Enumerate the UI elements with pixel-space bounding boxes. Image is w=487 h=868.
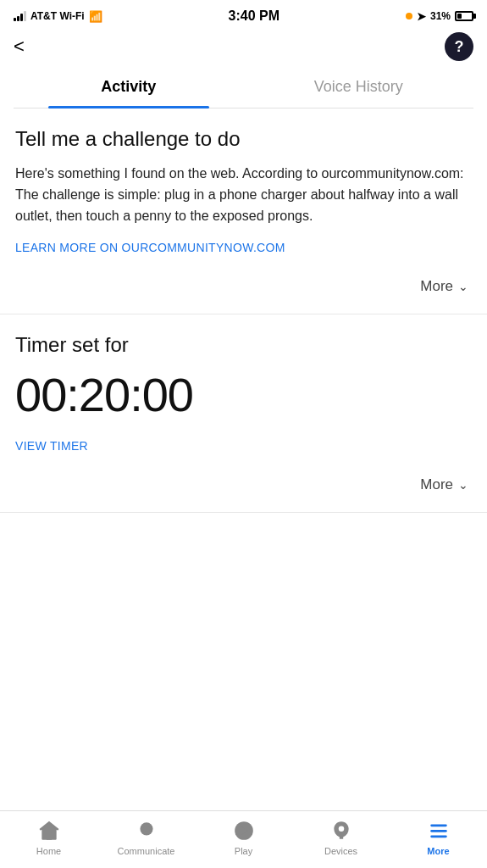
tabs-container: Activity Voice History (14, 68, 473, 108)
main-content: Tell me a challenge to do Here's somethi… (0, 108, 487, 581)
nav-communicate[interactable]: Communicate (97, 820, 195, 856)
svg-rect-8 (430, 830, 447, 832)
challenge-more-label: More (420, 278, 453, 295)
timer-label: Timer set for (15, 333, 472, 357)
timer-more-row[interactable]: More ⌄ (15, 468, 472, 498)
communicate-icon (136, 820, 158, 842)
timer-value: 00:20:00 (15, 367, 472, 422)
svg-point-6 (338, 826, 344, 832)
nav-communicate-label: Communicate (118, 846, 175, 856)
status-bar: AT&T Wi-Fi 📶 3:40 PM ➤ 31% (0, 0, 487, 29)
nav-play[interactable]: Play (195, 820, 292, 856)
nav-devices[interactable]: Devices (292, 820, 390, 856)
activity-dot (406, 13, 412, 19)
timer-chevron-icon: ⌄ (458, 478, 468, 492)
help-button[interactable]: ? (445, 32, 473, 61)
nav-home[interactable]: Home (0, 820, 97, 856)
signal-icon (14, 11, 26, 21)
more-icon (428, 820, 450, 842)
top-nav: < ? (0, 29, 487, 68)
wifi-icon: 📶 (89, 10, 102, 23)
svg-rect-9 (430, 835, 447, 837)
challenge-body: Here's something I found on the web. Acc… (15, 164, 472, 226)
status-right: ➤ 31% (406, 10, 473, 23)
timer-card: Timer set for 00:20:00 VIEW TIMER More ⌄ (0, 314, 487, 513)
challenge-more-row[interactable]: More ⌄ (15, 270, 472, 300)
svg-rect-1 (46, 832, 52, 840)
view-timer-link[interactable]: VIEW TIMER (15, 439, 472, 453)
battery-icon (455, 11, 473, 21)
status-time: 3:40 PM (229, 8, 279, 24)
back-button[interactable]: < (14, 32, 31, 61)
devices-icon (330, 820, 352, 842)
status-left: AT&T Wi-Fi 📶 (14, 10, 102, 23)
battery-percent: 31% (430, 10, 451, 22)
carrier-label: AT&T Wi-Fi (30, 10, 85, 22)
nav-more-label: More (427, 846, 449, 856)
timer-more-label: More (420, 476, 453, 493)
challenge-card: Tell me a challenge to do Here's somethi… (0, 108, 487, 314)
nav-play-label: Play (235, 846, 252, 856)
nav-more[interactable]: More (390, 820, 487, 856)
tab-voice-history[interactable]: Voice History (244, 68, 474, 108)
challenge-title: Tell me a challenge to do (15, 125, 472, 152)
challenge-chevron-icon: ⌄ (458, 280, 468, 293)
svg-point-4 (143, 826, 149, 832)
tab-activity[interactable]: Activity (14, 68, 244, 108)
play-icon (233, 820, 255, 842)
location-icon: ➤ (417, 10, 426, 23)
nav-devices-label: Devices (324, 846, 357, 856)
challenge-link[interactable]: LEARN MORE ON OURCOMMUNITYNOW.COM (15, 241, 472, 254)
nav-home-label: Home (36, 846, 61, 856)
svg-rect-7 (430, 824, 447, 826)
bottom-nav: Home Communicate Play Devices (0, 810, 487, 868)
home-icon (38, 820, 60, 842)
